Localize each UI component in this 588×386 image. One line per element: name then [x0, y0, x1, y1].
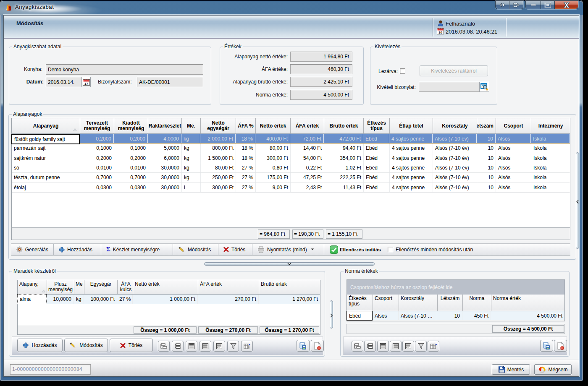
svg-text:17: 17 [84, 82, 88, 86]
svg-text:10: 10 [438, 31, 442, 34]
